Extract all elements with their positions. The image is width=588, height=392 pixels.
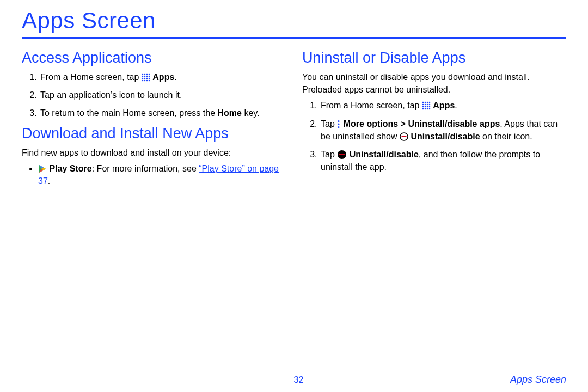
svg-point-2: [146, 74, 148, 75]
uninstall-disable-solid-icon: [337, 150, 347, 160]
download-bullet-playstore: Play Store: For more information, see “P…: [38, 162, 286, 187]
title-rule: [22, 37, 566, 39]
svg-point-27: [429, 104, 431, 106]
svg-point-28: [422, 106, 424, 108]
svg-point-38: [338, 126, 340, 128]
svg-point-23: [429, 102, 431, 103]
text: : For more information, see: [92, 164, 199, 173]
access-step-1: From a Home screen, tap Apps.: [39, 71, 286, 83]
two-column-layout: Access Applications From a Home screen, …: [22, 46, 566, 191]
svg-point-30: [427, 106, 428, 108]
svg-point-22: [427, 102, 428, 103]
uninstall-disable-label: Uninstall/disable: [411, 132, 480, 141]
svg-point-20: [422, 102, 424, 103]
text: on their icon.: [480, 132, 532, 141]
more-options-icon: [337, 120, 340, 128]
text: Tap: [321, 119, 337, 128]
text: key.: [242, 108, 260, 118]
uninstall-step-3: Tap Uninstall/disable, and then follow t…: [320, 148, 566, 173]
home-key-label: Home: [217, 108, 241, 118]
uninstall-step-1: From a Home screen, tap Apps.: [320, 99, 566, 112]
apps-label: Apps: [433, 101, 455, 110]
svg-point-33: [425, 108, 426, 110]
svg-point-3: [149, 74, 150, 75]
access-step-2: Tap an application’s icon to launch it.: [39, 89, 286, 101]
svg-point-13: [144, 80, 146, 82]
svg-point-15: [149, 80, 150, 82]
play-store-icon: [38, 164, 47, 173]
uninstall-step-2: Tap More options > Uninstall/disable app…: [320, 118, 566, 143]
text: .: [174, 72, 176, 82]
uninstall-disable-icon: [400, 132, 408, 141]
svg-point-26: [427, 104, 428, 106]
page-title: Apps Screen: [22, 8, 566, 34]
footer-section-label: Apps Screen: [510, 374, 566, 385]
svg-point-14: [146, 80, 148, 82]
svg-point-31: [429, 106, 431, 108]
svg-point-11: [149, 78, 150, 79]
svg-point-24: [422, 104, 424, 106]
download-bullets: Play Store: For more information, see “P…: [22, 162, 286, 187]
svg-point-8: [142, 78, 144, 79]
download-intro: Find new apps to download and install on…: [22, 146, 286, 159]
svg-point-36: [338, 120, 340, 122]
access-step-3: To return to the main Home screen, press…: [39, 107, 286, 119]
svg-rect-42: [339, 154, 345, 155]
svg-rect-40: [401, 136, 406, 137]
svg-point-10: [146, 78, 148, 79]
play-store-label: Play Store: [49, 164, 91, 173]
uninstall-steps: From a Home screen, tap Apps.: [302, 99, 566, 173]
left-column: Access Applications From a Home screen, …: [22, 46, 286, 191]
access-steps: From a Home screen, tap Apps.: [22, 71, 286, 120]
document-page: Apps Screen Access Applications From a H…: [0, 0, 588, 392]
svg-point-12: [142, 80, 144, 82]
svg-point-1: [144, 74, 146, 75]
heading-uninstall-disable: Uninstall or Disable Apps: [302, 50, 566, 66]
text: .: [48, 176, 50, 186]
svg-point-6: [146, 76, 148, 77]
apps-label: Apps: [152, 72, 174, 82]
uninstall-disable-label: Uninstall/disable: [350, 150, 419, 159]
svg-point-21: [425, 102, 426, 103]
uninstall-intro: You can uninstall or disable apps you do…: [302, 71, 566, 96]
svg-point-35: [429, 108, 431, 110]
svg-point-34: [427, 108, 428, 110]
heading-access-applications: Access Applications: [22, 50, 286, 66]
apps-grid-icon: [422, 101, 431, 110]
text: .: [455, 101, 457, 110]
svg-point-29: [425, 106, 426, 108]
page-footer: 32 Apps Screen: [0, 374, 588, 385]
page-number: 32: [87, 375, 510, 385]
svg-point-37: [338, 123, 340, 125]
svg-point-4: [142, 76, 144, 77]
more-options-path-label: More options > Uninstall/disable apps: [344, 119, 500, 128]
text: From a Home screen, tap: [321, 101, 422, 110]
right-column: Uninstall or Disable Apps You can uninst…: [302, 46, 566, 191]
apps-grid-icon: [142, 73, 150, 82]
svg-point-9: [144, 78, 146, 79]
heading-download-install: Download and Install New Apps: [22, 125, 286, 142]
svg-point-0: [142, 74, 144, 75]
svg-point-7: [149, 76, 150, 77]
svg-point-32: [422, 108, 424, 110]
svg-point-5: [144, 76, 146, 77]
svg-point-25: [425, 104, 426, 106]
text: To return to the main Home screen, press…: [40, 108, 217, 118]
text: From a Home screen, tap: [40, 72, 142, 82]
text: Tap: [321, 150, 337, 159]
